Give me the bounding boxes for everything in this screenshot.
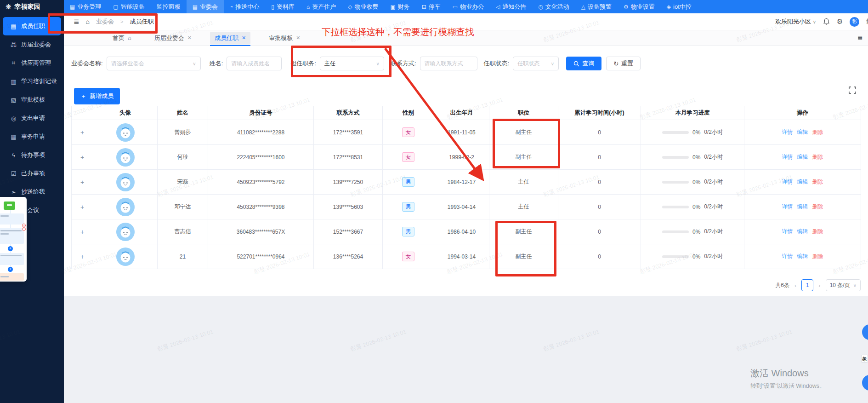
edit-link[interactable]: 编辑 bbox=[797, 203, 808, 211]
table-row: + 21 522701********0964 136****5264 女 19… bbox=[72, 244, 861, 269]
page-watermark: 彰显 2026-02-13 10:01 bbox=[349, 328, 407, 353]
phone-input[interactable] bbox=[425, 60, 473, 67]
edit-link[interactable]: 编辑 bbox=[797, 128, 808, 136]
delete-link[interactable]: 删除 bbox=[812, 203, 823, 211]
delete-link[interactable]: 删除 bbox=[812, 228, 823, 236]
sidebar-item-事务申请[interactable]: ▦事务申请 bbox=[3, 127, 61, 146]
sidebar-item-审批模板[interactable]: ▧审批模板 bbox=[3, 91, 61, 109]
flowchart-preview-popup[interactable]: − − + + bbox=[0, 197, 27, 282]
notification-bell-icon[interactable] bbox=[823, 18, 830, 25]
top-menu-item-资产住户[interactable]: ⌂资产住户 bbox=[301, 0, 342, 13]
detail-link[interactable]: 详情 bbox=[782, 178, 793, 186]
top-menu-item-iot中控[interactable]: ◈iot中控 bbox=[661, 0, 698, 13]
sidebar-item-历届业委会[interactable]: 品历届业委会 bbox=[3, 35, 61, 54]
top-menu-item-资料库[interactable]: ▯资料库 bbox=[265, 0, 301, 13]
page-watermark: 彰显 2026-02-13 10:01 bbox=[156, 328, 214, 353]
top-menu-item-设备预警[interactable]: △设备预警 bbox=[575, 0, 618, 13]
page-number-button[interactable]: 1 bbox=[801, 279, 813, 291]
top-menu-item-财务[interactable]: ▣财务 bbox=[384, 0, 415, 13]
tab-成员任职[interactable]: 成员任职✕ bbox=[210, 30, 250, 46]
top-menu-item-智能设备[interactable]: ▢智能设备 bbox=[107, 0, 150, 13]
reset-button[interactable]: ↻ 重置 bbox=[606, 57, 641, 70]
top-menu-item-物业办公[interactable]: ▭物业办公 bbox=[447, 0, 490, 13]
detail-link[interactable]: 详情 bbox=[782, 253, 793, 260]
gender-tag: 男 bbox=[402, 177, 415, 187]
top-menu-item-通知公告[interactable]: ◁通知公告 bbox=[490, 0, 532, 13]
sidebar-item-成员任职[interactable]: ▤成员任职 bbox=[3, 17, 61, 35]
member-phone: 139****7250 bbox=[314, 170, 383, 195]
breadcrumb-parent[interactable]: 业委会 bbox=[96, 17, 114, 26]
expand-row-button[interactable]: + bbox=[80, 253, 84, 260]
community-switcher[interactable]: 欢乐阳光小区 ∨ bbox=[775, 17, 816, 26]
assistant-badge[interactable]: 象 bbox=[861, 355, 868, 363]
name-input[interactable] bbox=[231, 60, 277, 67]
duty-select[interactable]: 主任 ∨ bbox=[320, 57, 384, 70]
add-member-button[interactable]: ＋ 新增成员 bbox=[74, 88, 120, 104]
expand-row-button[interactable]: + bbox=[80, 129, 84, 136]
edit-link[interactable]: 编辑 bbox=[797, 253, 808, 260]
progress-hours: 0/2小时 bbox=[704, 153, 723, 161]
next-page-button[interactable]: › bbox=[818, 282, 820, 289]
expand-row-button[interactable]: + bbox=[80, 154, 84, 161]
close-tab-icon[interactable]: ✕ bbox=[296, 35, 300, 41]
history-committee-icon: 品 bbox=[10, 40, 17, 49]
detail-link[interactable]: 详情 bbox=[782, 203, 793, 211]
top-menu-item-监控面板[interactable]: 监控面板 bbox=[151, 0, 187, 13]
page-watermark: 彰显 2026-02-13 10:01 bbox=[542, 328, 600, 353]
floating-helper-button[interactable] bbox=[862, 324, 868, 340]
expand-row-button[interactable]: + bbox=[80, 178, 84, 186]
home-icon[interactable]: ⌂ bbox=[86, 18, 90, 25]
state-select[interactable]: 任职状态 ∨ bbox=[513, 57, 559, 70]
expand-row-button[interactable]: + bbox=[80, 203, 84, 211]
detail-link[interactable]: 详情 bbox=[782, 128, 793, 136]
top-menu-item-业务受理[interactable]: ▤业务受理 bbox=[64, 0, 107, 13]
column-header-姓名: 姓名 bbox=[158, 106, 208, 120]
sidebar-item-label: 历届业委会 bbox=[21, 40, 51, 49]
sidebar-item-label: 抄送给我 bbox=[21, 188, 45, 196]
expand-row-button[interactable]: + bbox=[80, 228, 84, 236]
collapse-menu-icon[interactable]: ≣ bbox=[74, 17, 79, 26]
delete-link[interactable]: 删除 bbox=[812, 128, 823, 136]
delete-link[interactable]: 删除 bbox=[812, 253, 823, 260]
gender-tag: 女 bbox=[402, 252, 415, 261]
top-menu-item-推送中心[interactable]: ◔推送中心 bbox=[224, 0, 265, 13]
top-menu-label: 资料库 bbox=[277, 3, 295, 11]
tab-审批模板[interactable]: 审批模板✕ bbox=[264, 30, 305, 46]
close-tab-icon[interactable]: ✕ bbox=[242, 35, 246, 41]
sidebar-item-支出申请[interactable]: ◎支出申请 bbox=[3, 109, 61, 127]
edit-link[interactable]: 编辑 bbox=[797, 178, 808, 186]
tab-历届业委会[interactable]: 历届业委会✕ bbox=[150, 30, 196, 46]
top-menu-label: 停车 bbox=[429, 3, 441, 11]
search-button[interactable]: 查询 bbox=[566, 57, 601, 70]
settings-gear-icon[interactable]: ⚙ bbox=[837, 17, 843, 26]
tab-首页[interactable]: 首页⌂ bbox=[108, 30, 136, 46]
top-menu-item-停车[interactable]: ⊟停车 bbox=[416, 0, 447, 13]
sidebar-item-学习培训记录[interactable]: ▥学习培训记录 bbox=[3, 72, 61, 91]
close-tab-icon[interactable]: ✕ bbox=[187, 35, 192, 41]
sidebar-item-待办事项[interactable]: ϟ待办事项 bbox=[3, 146, 61, 164]
delete-link[interactable]: 删除 bbox=[812, 178, 823, 186]
fullscreen-icon[interactable] bbox=[849, 86, 856, 94]
top-menu-item-物业设置[interactable]: ⚙物业设置 bbox=[618, 0, 661, 13]
edit-link[interactable]: 编辑 bbox=[797, 228, 808, 236]
user-avatar[interactable]: 彰 bbox=[850, 17, 859, 27]
sidebar-item-供应商管理[interactable]: ⌗供应商管理 bbox=[3, 54, 61, 72]
member-id-number: 522701********0964 bbox=[208, 244, 314, 269]
parking-icon: ⊟ bbox=[422, 4, 426, 10]
top-menu-item-文化活动[interactable]: ◷文化活动 bbox=[532, 0, 575, 13]
floating-service-button[interactable] bbox=[862, 375, 868, 391]
progress-bar bbox=[662, 131, 689, 134]
committee-select[interactable]: 请选择业委会 ∨ bbox=[107, 57, 201, 70]
top-menu-item-业委会[interactable]: ▤业委会 bbox=[187, 0, 224, 13]
prev-page-button[interactable]: ‹ bbox=[794, 282, 796, 289]
detail-link[interactable]: 详情 bbox=[782, 153, 793, 161]
edit-link[interactable]: 编辑 bbox=[797, 153, 808, 161]
delete-link[interactable]: 删除 bbox=[812, 153, 823, 161]
page-size-select[interactable]: 10 条/页 ∨ bbox=[826, 279, 861, 291]
tab-list-icon[interactable]: ≣ bbox=[857, 34, 862, 41]
username[interactable]: 彰显 bbox=[866, 17, 868, 26]
top-menu-item-物业收费[interactable]: ◇物业收费 bbox=[342, 0, 384, 13]
member-birth-date: 1984-12-17 bbox=[434, 170, 489, 195]
detail-link[interactable]: 详情 bbox=[782, 228, 793, 236]
sidebar-item-已办事项[interactable]: ☑已办事项 bbox=[3, 164, 61, 183]
